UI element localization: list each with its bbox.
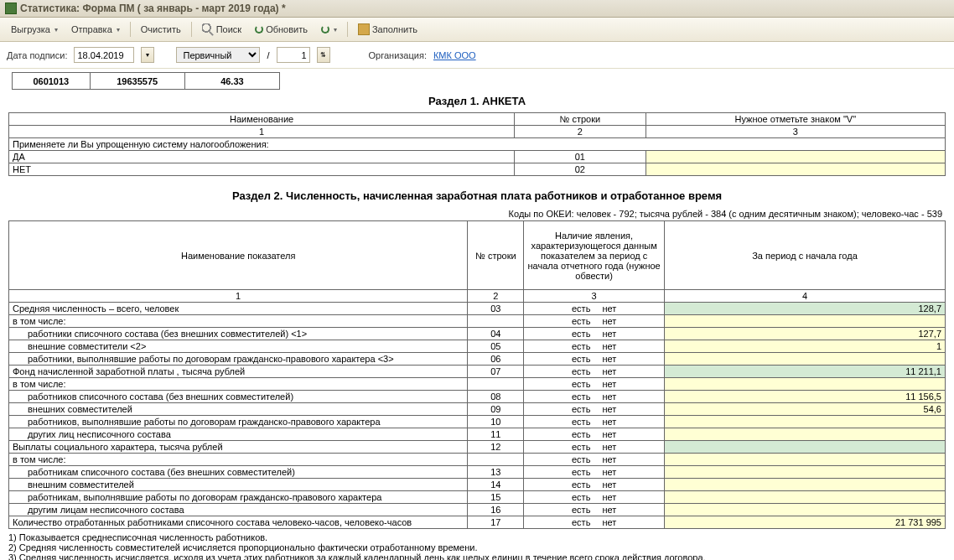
unload-button[interactable]: Выгрузка [5, 22, 64, 37]
refresh-dropdown[interactable] [315, 23, 343, 36]
sign-date-input[interactable] [74, 47, 134, 63]
presence-yes[interactable]: есть [572, 354, 590, 364]
presence-yes[interactable]: есть [572, 341, 590, 351]
primary-select[interactable]: Первичный [176, 47, 260, 63]
presence-yes[interactable]: есть [572, 454, 590, 464]
s2-row-presence[interactable]: естьнет [524, 454, 665, 466]
presence-no[interactable]: нет [602, 505, 616, 515]
s2-row-value[interactable]: 11 211,1 [664, 366, 945, 378]
slash-label: / [267, 50, 269, 60]
clear-button[interactable]: Очистить [135, 22, 187, 37]
s2-row-value[interactable] [664, 504, 945, 516]
s2-row-value[interactable] [664, 479, 945, 491]
presence-no[interactable]: нет [602, 303, 616, 314]
presence-yes[interactable]: есть [572, 303, 590, 314]
s1-yes-mark[interactable] [646, 151, 945, 163]
s2-row-code: 03 [468, 303, 524, 315]
s2-row-presence[interactable]: естьнет [524, 366, 665, 378]
presence-yes[interactable]: есть [572, 391, 590, 402]
presence-yes[interactable]: есть [572, 379, 590, 389]
presence-no[interactable]: нет [602, 454, 616, 464]
org-link[interactable]: КМК ООО [433, 50, 476, 60]
s2-row-value[interactable] [664, 353, 945, 366]
presence-yes[interactable]: есть [572, 442, 590, 452]
s2-row-presence[interactable]: естьнет [524, 441, 665, 454]
date-picker-button[interactable]: ▾ [141, 47, 154, 63]
s2-colnum-3: 3 [524, 290, 665, 303]
presence-yes[interactable]: есть [572, 316, 590, 326]
toolbar-separator [130, 22, 131, 37]
s2-row-value[interactable]: 54,6 [664, 403, 945, 416]
s2-row-name: других лиц несписочного состава [9, 428, 468, 441]
s2-row-presence[interactable]: естьнет [524, 403, 665, 416]
s2-row-value[interactable]: 1 [664, 340, 945, 353]
presence-no[interactable]: нет [602, 391, 616, 402]
s2-row-presence[interactable]: естьнет [524, 303, 665, 315]
s2-row-presence[interactable]: естьнет [524, 516, 665, 529]
s2-row-value[interactable]: 128,7 [664, 303, 945, 315]
presence-no[interactable]: нет [602, 429, 616, 439]
search-button[interactable]: Поиск [196, 21, 247, 38]
s2-row-presence[interactable]: естьнет [524, 340, 665, 353]
number-stepper-button[interactable]: ⇅ [317, 47, 330, 63]
s2-row-presence[interactable]: естьнет [524, 504, 665, 516]
s2-row-presence[interactable]: естьнет [524, 479, 665, 491]
s2-row-presence[interactable]: естьнет [524, 416, 665, 428]
refresh-button[interactable]: Обновить [249, 22, 314, 37]
fill-button[interactable]: Заполнить [352, 21, 423, 38]
s2-row-value[interactable] [664, 416, 945, 428]
s2-row-value[interactable] [664, 315, 945, 328]
presence-no[interactable]: нет [602, 341, 616, 351]
presence-no[interactable]: нет [602, 316, 616, 326]
s2-row-value[interactable]: 127,7 [664, 328, 945, 340]
s2-row-value[interactable] [664, 441, 945, 454]
s2-row-presence[interactable]: естьнет [524, 378, 665, 391]
presence-no[interactable]: нет [602, 366, 616, 376]
s2-row-presence[interactable]: естьнет [524, 391, 665, 403]
presence-yes[interactable]: есть [572, 429, 590, 439]
presence-no[interactable]: нет [602, 517, 616, 527]
presence-yes[interactable]: есть [572, 492, 590, 502]
presence-yes[interactable]: есть [572, 517, 590, 527]
s2-row-value[interactable] [664, 428, 945, 441]
s1-header-row: № строки [515, 113, 646, 126]
presence-yes[interactable]: есть [572, 329, 590, 339]
presence-yes[interactable]: есть [572, 404, 590, 414]
s2-row-name: работники списочного состава (без внешни… [9, 328, 468, 340]
s2-row-presence[interactable]: естьнет [524, 353, 665, 366]
s2-row-value[interactable] [664, 466, 945, 479]
s2-row-presence[interactable]: естьнет [524, 315, 665, 328]
s2-row-value[interactable] [664, 454, 945, 466]
codes-table: 0601013 19635575 46.33 [12, 72, 280, 90]
presence-yes[interactable]: есть [572, 366, 590, 376]
s2-row-presence[interactable]: естьнет [524, 466, 665, 479]
s2-row-presence[interactable]: естьнет [524, 428, 665, 441]
presence-no[interactable]: нет [602, 417, 616, 427]
presence-no[interactable]: нет [602, 404, 616, 414]
presence-yes[interactable]: есть [572, 467, 590, 477]
s1-colnum-3: 3 [646, 126, 945, 138]
presence-no[interactable]: нет [602, 329, 616, 339]
s2-row-presence[interactable]: естьнет [524, 491, 665, 504]
s2-row-value[interactable] [664, 491, 945, 504]
s2-row-value[interactable] [664, 378, 945, 391]
s2-colnum-4: 4 [664, 290, 945, 303]
s2-row-presence[interactable]: естьнет [524, 328, 665, 340]
presence-yes[interactable]: есть [572, 480, 590, 490]
s2-row-value[interactable]: 21 731 995 [664, 516, 945, 529]
org-label: Организация: [369, 50, 427, 60]
presence-no[interactable]: нет [602, 379, 616, 389]
send-button[interactable]: Отправка [65, 22, 126, 37]
presence-no[interactable]: нет [602, 480, 616, 490]
presence-no[interactable]: нет [602, 467, 616, 477]
presence-yes[interactable]: есть [572, 505, 590, 515]
s2-row-value[interactable]: 11 156,5 [664, 391, 945, 403]
presence-no[interactable]: нет [602, 492, 616, 502]
presence-no[interactable]: нет [602, 442, 616, 452]
s2-row-name: работников, выполнявшие работы по догово… [9, 416, 468, 428]
presence-yes[interactable]: есть [572, 417, 590, 427]
correction-number-input[interactable] [277, 47, 310, 63]
s1-no-mark[interactable] [646, 163, 945, 176]
presence-no[interactable]: нет [602, 354, 616, 364]
s2-row-code: 08 [468, 391, 524, 403]
